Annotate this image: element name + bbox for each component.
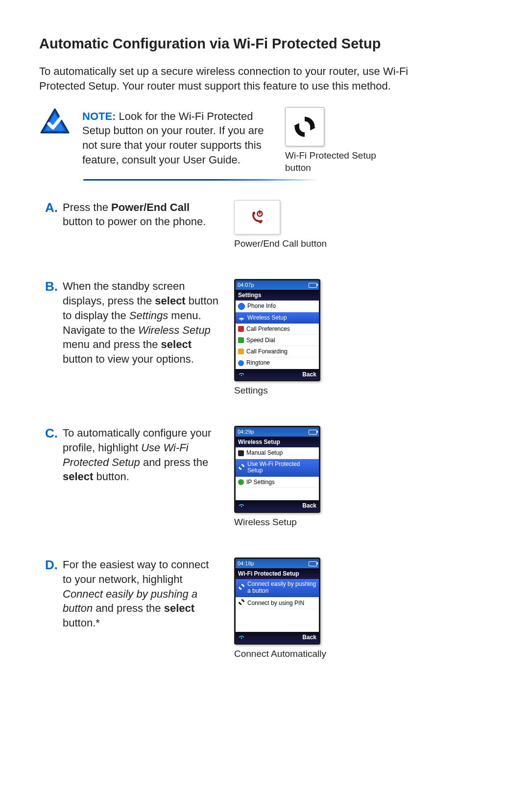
step-body: Press the Power/End Call button to power… [63, 200, 234, 229]
phone-list: Phone Info Wireless Setup Call Preferenc… [236, 301, 319, 369]
phone-wps-screen: 04:18p Wi-Fi Protected Setup Connect eas… [234, 557, 320, 644]
wps-icon [285, 107, 324, 146]
page-heading: Automatic Configuration via Wi-Fi Protec… [39, 34, 490, 53]
note-label: NOTE: [82, 110, 116, 122]
phone-item-connect-push: Connect easily by pushing a button [236, 579, 319, 597]
step-body: When the standby screen displays, press … [63, 279, 234, 366]
power-end-call-icon [234, 200, 280, 234]
phone-settings-screen: 04:07p Settings Phone Info Wireless Setu… [234, 279, 320, 381]
phone-item-speed-dial: Speed Dial [236, 335, 319, 346]
svg-point-9 [241, 638, 242, 639]
note-row: NOTE: Look for the Wi-Fi Protected Setup… [39, 107, 490, 174]
wps-caption: Wi-Fi Protected Setup button [285, 149, 388, 174]
phone-statusbar: 04:29p [236, 427, 319, 437]
phone-item-use-wps: Use Wi-Fi Protected Setup [236, 459, 319, 477]
step-c: C. To automatically configure your profi… [39, 426, 490, 528]
step-b: B. When the standby screen displays, pre… [39, 279, 490, 396]
note-divider [83, 179, 318, 181]
connect-auto-caption: Connect Automatically [234, 648, 352, 660]
wifi-indicator-icon [238, 371, 245, 378]
wireless-setup-caption: Wireless Setup [234, 516, 352, 529]
info-icon [238, 303, 245, 310]
speeddial-icon [238, 337, 244, 343]
phone-item-ip-settings: IP Settings [236, 477, 319, 488]
battery-icon [309, 430, 317, 435]
phone-softbar: Back [236, 500, 319, 511]
phone-item-manual-setup: Manual Setup [236, 447, 319, 459]
phone-softbar: Back [236, 632, 319, 643]
wifi-indicator-icon [238, 502, 245, 510]
wps-small-icon [238, 464, 245, 472]
fwd-icon [238, 348, 244, 354]
wps-small-icon [238, 599, 245, 607]
step-body: For the easiest way to connect to your n… [63, 557, 234, 630]
note-text: NOTE: Look for the Wi-Fi Protected Setup… [82, 107, 273, 167]
prefs-icon [238, 326, 244, 332]
intro-text: To automatically set up a secure wireles… [39, 64, 411, 93]
phone-softbar: Back [236, 369, 319, 380]
phone-item-call-prefs: Call Preferences [236, 324, 319, 335]
wps-button-figure: Wi-Fi Protected Setup button [285, 107, 388, 174]
phone-title: Settings [236, 290, 319, 301]
step-a: A. Press the Power/End Call button to po… [39, 200, 490, 250]
svg-point-8 [241, 506, 242, 507]
phone-item-call-fwd: Call Forwarding [236, 346, 319, 357]
phone-title: Wi-Fi Protected Setup [236, 568, 319, 579]
tool-icon [238, 450, 244, 456]
phone-item-wireless-setup: Wireless Setup [236, 312, 319, 324]
step-letter: B. [39, 279, 63, 294]
power-caption: Power/End Call button [234, 237, 352, 250]
phone-wireless-setup-screen: 04:29p Wireless Setup Manual Setup Use W… [234, 426, 320, 512]
ringtone-icon [238, 360, 244, 366]
phone-title: Wireless Setup [236, 437, 319, 447]
checkmark-note-icon [39, 107, 71, 139]
phone-statusbar: 04:07p [236, 280, 319, 290]
step-letter: C. [39, 426, 63, 441]
phone-item-connect-pin: Connect by using PIN [236, 597, 319, 609]
step-d-figure: 04:18p Wi-Fi Protected Setup Connect eas… [234, 557, 352, 660]
phone-list: Connect easily by pushing a button Conne… [236, 579, 319, 609]
step-b-figure: 04:07p Settings Phone Info Wireless Setu… [234, 279, 352, 396]
wifi-indicator-icon [238, 633, 245, 641]
step-body: To automatically configure your profile,… [63, 426, 234, 484]
step-d: D. For the easiest way to connect to you… [39, 557, 490, 660]
svg-point-6 [241, 320, 242, 321]
step-letter: A. [39, 200, 63, 215]
phone-item-phone-info: Phone Info [236, 301, 319, 312]
phone-statusbar: 04:18p [236, 559, 319, 568]
step-a-figure: Power/End Call button [234, 200, 352, 250]
settings-caption: Settings [234, 384, 352, 397]
ip-icon [238, 479, 244, 485]
phone-item-ringtone: Ringtone [236, 357, 319, 369]
step-letter: D. [39, 557, 63, 573]
step-c-figure: 04:29p Wireless Setup Manual Setup Use W… [234, 426, 352, 528]
phone-list: Manual Setup Use Wi-Fi Protected Setup I… [236, 447, 319, 488]
svg-point-7 [241, 374, 242, 375]
battery-icon [309, 283, 317, 288]
battery-icon [309, 561, 317, 566]
wifi-icon [238, 314, 245, 321]
wps-small-icon [238, 583, 245, 592]
